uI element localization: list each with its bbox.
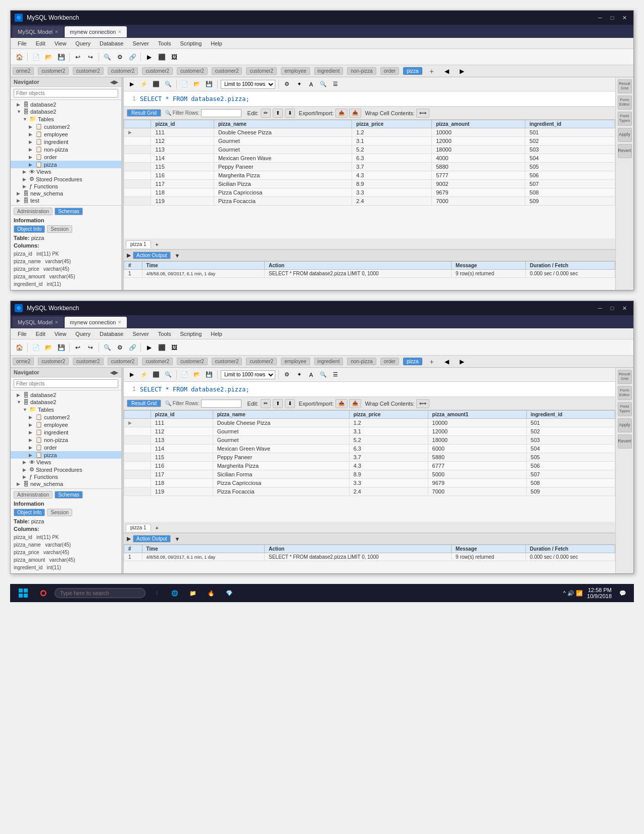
table-cell[interactable]: 116 [151, 171, 214, 180]
menu-query-1[interactable]: Query [71, 39, 94, 47]
taskbar-browser-icon[interactable]: 🌐 [168, 586, 182, 600]
table-cell[interactable]: 6000 [428, 445, 526, 453]
conn-tab-pizza-2[interactable]: pizza [403, 358, 422, 365]
conn-tab-nonpizza-2[interactable]: non-pizza [347, 358, 376, 365]
sidebar-collapse-btn[interactable]: ◀▶ [110, 79, 118, 85]
table-cell[interactable]: 1.2 [352, 128, 432, 137]
conn-tab-c2b-2[interactable]: customer2 [73, 358, 104, 365]
tab-close-icon[interactable]: ✕ [55, 320, 59, 325]
conn-tab-add-2[interactable]: + [426, 356, 437, 367]
revert-btn[interactable]: Revert [618, 144, 632, 158]
table-cell[interactable]: 6.3 [352, 154, 432, 163]
tree2-database2a[interactable]: ▶ 🗄 database2 [11, 391, 121, 399]
table-cell[interactable]: Mexican Green Wave [214, 154, 352, 163]
tab-close-icon[interactable]: ✕ [55, 29, 59, 34]
imp-btn-2[interactable]: 📥 [349, 399, 361, 408]
table-cell[interactable]: 506 [525, 171, 615, 180]
menu-query-2[interactable]: Query [71, 330, 94, 338]
menu-edit-2[interactable]: Edit [32, 330, 49, 338]
sql-text-1[interactable]: SELECT * FROM database2.pizza; [140, 95, 250, 103]
conn-tab-prev[interactable]: ◀ [441, 66, 453, 77]
conn-tab-pizza[interactable]: pizza [403, 67, 422, 75]
result-grid-tab-2[interactable]: Result Grid [127, 400, 161, 407]
table-cell[interactable]: 10000 [428, 419, 526, 427]
th-ingredient-id[interactable]: ingredient_id [525, 120, 615, 128]
table-cell[interactable]: 111 [151, 419, 213, 427]
tree-functions[interactable]: ▶ ƒ Functions [11, 183, 121, 190]
th2-pizza-id[interactable]: pizza_id [151, 411, 213, 419]
table-cell[interactable]: 9679 [432, 188, 525, 197]
toolbar-run-btn-2[interactable]: ▶ [143, 342, 155, 353]
table-cell[interactable]: 115 [151, 163, 214, 171]
table-cell[interactable]: Peppy Paneer [213, 453, 349, 462]
table-cell[interactable]: 508 [525, 188, 615, 197]
result-grid-toggle-2[interactable]: Result Grid [618, 370, 632, 384]
conn-tab-add[interactable]: + [426, 66, 437, 77]
table-cell[interactable]: 112 [151, 137, 214, 145]
minimize-btn-2[interactable]: ─ [595, 304, 605, 312]
conn-tab-prev-2[interactable]: ◀ [441, 356, 453, 367]
table-cell[interactable]: 8.9 [349, 470, 428, 479]
toolbar-home-btn-2[interactable]: 🏠 [14, 342, 25, 353]
table-cell[interactable]: 504 [525, 154, 615, 163]
tree2-views[interactable]: ▶ 👁 Views [11, 459, 121, 466]
result-grid-toggle[interactable]: Result Grid [618, 79, 632, 93]
table-cell[interactable]: 8.9 [352, 180, 432, 188]
pizza-query-tab[interactable]: pizza 1 [126, 240, 151, 248]
action-output-tab[interactable]: Action Output [133, 252, 171, 259]
table-cell[interactable]: 119 [151, 197, 214, 206]
taskbar-search-input[interactable] [55, 588, 145, 598]
table-cell[interactable]: 6777 [428, 462, 526, 470]
table-cell[interactable]: 9002 [432, 180, 525, 188]
form-editor-toggle[interactable]: Form Editor [618, 95, 632, 110]
object-info-tab[interactable]: Object Info [14, 225, 45, 233]
find-btn[interactable]: 🔍 [318, 79, 328, 89]
table-cell[interactable]: 504 [526, 445, 615, 453]
table-cell[interactable]: 4.3 [349, 462, 428, 470]
uppercase-btn[interactable]: A [306, 79, 316, 89]
table-cell[interactable]: 3.7 [352, 163, 432, 171]
export-btn-2[interactable]: ⬆ [273, 399, 283, 408]
table-cell[interactable]: 3.3 [349, 479, 428, 487]
limit-select-2[interactable]: Limit to 1000 rows [221, 370, 275, 379]
table-cell[interactable]: 501 [526, 419, 615, 427]
th2-pizza-price[interactable]: pizza_price [349, 411, 428, 419]
table-cell[interactable]: 3.7 [349, 453, 428, 462]
run-line-btn[interactable]: ⚡ [139, 79, 149, 89]
table-cell[interactable]: 117 [151, 180, 214, 188]
table-cell[interactable]: 506 [526, 462, 615, 470]
tree2-nonpizza[interactable]: ▶ 📋 non-pizza [11, 436, 121, 444]
conn-tab-ingredient-2[interactable]: ingredient [314, 358, 343, 365]
conn-tab-c2f[interactable]: customer2 [212, 67, 242, 75]
tab-mynew-connection-2[interactable]: mynew connection ✕ [65, 317, 127, 328]
run-line-btn-2[interactable]: ⚡ [139, 370, 149, 380]
table-cell[interactable]: 114 [151, 445, 213, 453]
menu-view-1[interactable]: View [51, 39, 71, 47]
admin-tab-2[interactable]: Administration [14, 491, 53, 499]
table-cell[interactable]: Gourmet [213, 436, 349, 445]
table-cell[interactable]: Pizza Capricciosa [214, 188, 352, 197]
conn-tab-c2f-2[interactable]: customer2 [212, 358, 242, 365]
conn-tab-c2d-2[interactable]: customer2 [142, 358, 173, 365]
tree-pizza[interactable]: ▶ 📋 pizza [11, 161, 121, 168]
table-cell[interactable]: 7000 [428, 487, 526, 496]
exp-btn[interactable]: 📤 [335, 109, 348, 118]
toolbar-redo-btn[interactable]: ↪ [85, 52, 96, 63]
conn-tab-nonpizza[interactable]: non-pizza [347, 67, 376, 75]
menu-scripting-1[interactable]: Scripting [176, 39, 206, 47]
filter-objects-input-1[interactable] [14, 89, 118, 97]
table-cell[interactable]: 111 [151, 128, 214, 137]
menu-file-1[interactable]: File [14, 39, 31, 47]
taskbar-notification-icon[interactable]: 💬 [616, 586, 630, 600]
menu-edit-1[interactable]: Edit [32, 39, 49, 47]
table-cell[interactable]: 12000 [432, 137, 525, 145]
revert-btn-2[interactable]: Revert [618, 434, 632, 449]
table-cell[interactable]: 2.4 [352, 197, 432, 206]
filter-objects-input-2[interactable] [14, 379, 118, 388]
menu-view-2[interactable]: View [51, 330, 71, 338]
table-cell[interactable]: 119 [151, 487, 213, 496]
toolbar-stop-btn-2[interactable]: ⬛ [156, 342, 167, 353]
table-cell[interactable]: 505 [526, 453, 615, 462]
tab-mynew-connection-1[interactable]: mynew connection ✕ [65, 26, 127, 37]
tab-close-icon-active[interactable]: ✕ [118, 320, 122, 325]
